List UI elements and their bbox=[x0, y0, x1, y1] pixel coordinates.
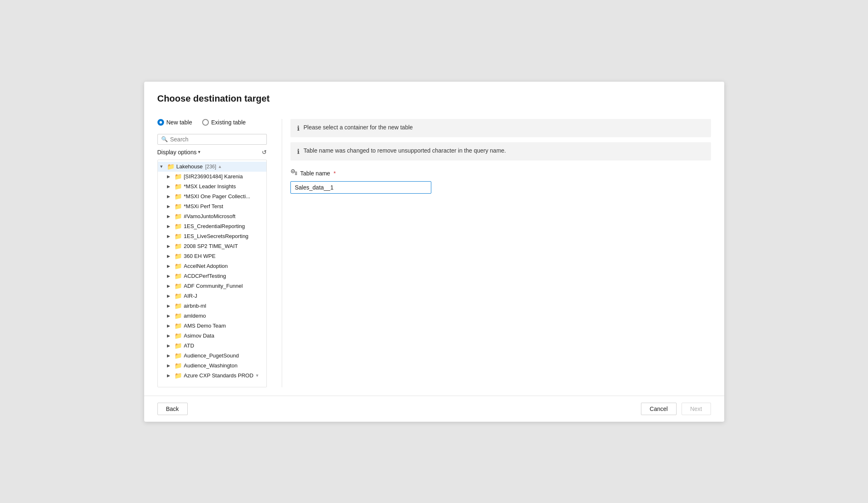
list-item[interactable]: ▶ 📁 #VamoJuntoMicrosoft bbox=[158, 211, 266, 221]
dialog-footer: Back Cancel Next bbox=[144, 396, 724, 422]
expand-icon: ▶ bbox=[167, 224, 173, 228]
folder-tree[interactable]: ▼ 📁 Lakehouse [236] ▲ ▶ 📁 [SIR236901484]… bbox=[157, 160, 267, 387]
list-item[interactable]: ▶ 📁 AccelNet Adoption bbox=[158, 261, 266, 271]
existing-table-radio-circle bbox=[202, 119, 209, 126]
list-item[interactable]: ▶ 📁 *MSXi Perf Terst bbox=[158, 202, 266, 211]
scroll-up-indicator: ▲ bbox=[218, 164, 222, 169]
expand-icon: ▶ bbox=[167, 304, 173, 308]
existing-table-label: Existing table bbox=[211, 119, 246, 126]
list-item[interactable]: ▶ 📁 *MSXI One Pager Collecti... bbox=[158, 192, 266, 202]
expand-icon: ▶ bbox=[167, 194, 173, 199]
tree-item-label: ADF Community_Funnel bbox=[184, 283, 243, 289]
tree-item-label: 360 EH WPE bbox=[184, 253, 216, 259]
table-name-icon bbox=[290, 169, 298, 178]
expand-icon: ▶ bbox=[167, 343, 173, 348]
list-item[interactable]: ▶ 📁 1ES_CredentialReporting bbox=[158, 221, 266, 231]
tree-item-count-lakehouse: [236] bbox=[205, 164, 216, 170]
display-options-button[interactable]: Display options ▾ bbox=[157, 149, 201, 156]
folder-icon: 📁 bbox=[174, 193, 182, 200]
right-panel: ℹ Please select a container for the new … bbox=[290, 119, 711, 387]
folder-icon: 📁 bbox=[174, 253, 182, 260]
folder-icon: 📁 bbox=[174, 292, 182, 300]
list-item[interactable]: ▶ 📁 Audience_Washington bbox=[158, 361, 266, 371]
existing-table-radio[interactable]: Existing table bbox=[202, 119, 246, 126]
folder-icon: 📁 bbox=[174, 233, 182, 240]
folder-icon: 📁 bbox=[174, 173, 182, 180]
folder-icon: 📁 bbox=[174, 322, 182, 330]
list-item[interactable]: ▶ 📁 [SIR236901484] Karenia bbox=[158, 172, 266, 182]
refresh-icon[interactable]: ↺ bbox=[262, 149, 267, 156]
expand-icon: ▶ bbox=[167, 184, 173, 189]
table-name-input[interactable] bbox=[290, 181, 431, 194]
expand-icon: ▶ bbox=[167, 313, 173, 318]
tree-item-label: 2008 SP2 TIME_WAIT bbox=[184, 243, 238, 249]
list-item[interactable]: ▶ 📁 ACDCPerfTesting bbox=[158, 271, 266, 281]
folder-icon: 📁 bbox=[174, 272, 182, 280]
warning-icon: ℹ bbox=[297, 148, 300, 156]
expand-icon: ▶ bbox=[167, 373, 173, 378]
chevron-down-icon: ▾ bbox=[198, 149, 201, 155]
table-type-radio-group: New table Existing table bbox=[157, 119, 267, 126]
list-item[interactable]: ▶ 📁 amldemo bbox=[158, 311, 266, 321]
folder-icon: 📁 bbox=[167, 163, 175, 170]
folder-icon: 📁 bbox=[174, 203, 182, 210]
panel-divider bbox=[282, 119, 282, 387]
tree-item-label: *MSXI One Pager Collecti... bbox=[184, 193, 250, 199]
tree-item-label: Asimov Data bbox=[184, 333, 215, 339]
expand-icon: ▶ bbox=[167, 284, 173, 288]
expand-icon: ▶ bbox=[167, 294, 173, 298]
tree-item-label: amldemo bbox=[184, 313, 206, 319]
tree-item-label-lakehouse: Lakehouse bbox=[177, 163, 203, 170]
tree-item-lakehouse[interactable]: ▼ 📁 Lakehouse [236] ▲ bbox=[158, 162, 266, 172]
expand-icon: ▶ bbox=[167, 353, 173, 358]
list-item[interactable]: ▶ 📁 2008 SP2 TIME_WAIT bbox=[158, 241, 266, 251]
search-input[interactable] bbox=[170, 136, 263, 143]
left-panel: New table Existing table 🔍 Display optio… bbox=[157, 119, 273, 387]
table-name-section: Table name * bbox=[290, 169, 711, 194]
list-item[interactable]: ▶ 📁 AMS Demo Team bbox=[158, 321, 266, 331]
tree-item-label: #VamoJuntoMicrosoft bbox=[184, 213, 236, 219]
tree-item-label: *MSXi Perf Terst bbox=[184, 203, 223, 209]
warning-banner: ℹ Table name was changed to remove unsup… bbox=[290, 142, 711, 160]
dialog-body: New table Existing table 🔍 Display optio… bbox=[144, 111, 724, 396]
list-item[interactable]: ▶ 📁 Asimov Data bbox=[158, 331, 266, 341]
folder-icon: 📁 bbox=[174, 243, 182, 250]
next-button[interactable]: Next bbox=[682, 403, 711, 415]
tree-item-label: AccelNet Adoption bbox=[184, 263, 228, 269]
dialog-title: Choose destination target bbox=[157, 93, 711, 104]
choose-destination-dialog: Choose destination target New table Exis… bbox=[144, 82, 724, 422]
display-options-label: Display options bbox=[157, 149, 197, 156]
list-item[interactable]: ▶ 📁 *MSX Leader Insights bbox=[158, 182, 266, 192]
search-icon: 🔍 bbox=[161, 136, 168, 142]
table-name-label: Table name bbox=[300, 170, 330, 177]
tree-item-label: Audience_Washington bbox=[184, 362, 238, 369]
expand-icon: ▶ bbox=[167, 333, 173, 338]
list-item[interactable]: ▶ 📁 1ES_LiveSecretsReporting bbox=[158, 231, 266, 241]
footer-right: Cancel Next bbox=[641, 403, 711, 415]
search-box[interactable]: 🔍 bbox=[157, 134, 267, 145]
list-item[interactable]: ▶ 📁 airbnb-ml bbox=[158, 301, 266, 311]
list-item[interactable]: ▶ 📁 AIR-J bbox=[158, 291, 266, 301]
list-item[interactable]: ▶ 📁 Audience_PugetSound bbox=[158, 351, 266, 361]
back-button[interactable]: Back bbox=[157, 403, 188, 415]
footer-left: Back bbox=[157, 403, 188, 415]
folder-icon: 📁 bbox=[174, 332, 182, 340]
cancel-button[interactable]: Cancel bbox=[641, 403, 677, 415]
folder-icon: 📁 bbox=[174, 372, 182, 379]
tree-item-label: AIR-J bbox=[184, 293, 198, 299]
tree-item-label: airbnb-ml bbox=[184, 303, 206, 309]
tree-item-label: *MSX Leader Insights bbox=[184, 183, 236, 190]
tree-item-label: 1ES_LiveSecretsReporting bbox=[184, 233, 249, 239]
new-table-radio[interactable]: New table bbox=[157, 119, 192, 126]
tree-item-label: Audience_PugetSound bbox=[184, 352, 239, 359]
list-item[interactable]: ▶ 📁 360 EH WPE bbox=[158, 251, 266, 261]
folder-icon: 📁 bbox=[174, 362, 182, 369]
list-item[interactable]: ▶ 📁 ATD bbox=[158, 341, 266, 351]
collapse-icon: ▼ bbox=[160, 164, 165, 169]
required-indicator: * bbox=[334, 170, 336, 177]
expand-icon: ▶ bbox=[167, 234, 173, 238]
list-item[interactable]: ▶ 📁 Azure CXP Standards PROD ▼ bbox=[158, 371, 266, 381]
list-item[interactable]: ▶ 📁 ADF Community_Funnel bbox=[158, 281, 266, 291]
folder-icon: 📁 bbox=[174, 342, 182, 350]
folder-icon: 📁 bbox=[174, 282, 182, 290]
